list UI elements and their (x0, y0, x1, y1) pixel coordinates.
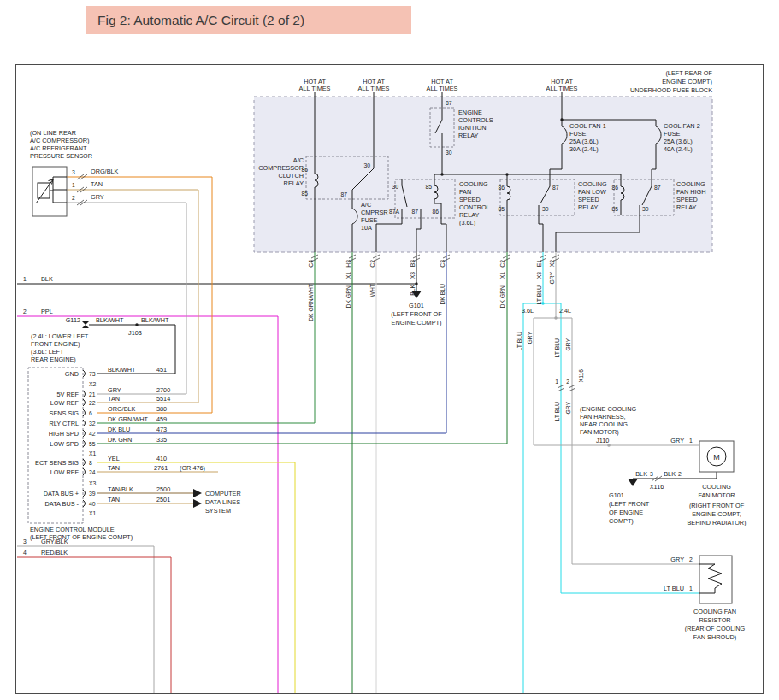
motor-pin-num: 1 (689, 438, 693, 444)
connector-label: H3 (345, 260, 351, 268)
speed-ctrl-relay-label: (3.6L) (459, 219, 475, 226)
ecm-pin-name: LOW REF (50, 468, 80, 476)
circuit-diagram-svg: HOT AT ALL TIMES HOT AT ALL TIMES HOT AT… (0, 0, 779, 700)
wire-color-label: TAN (108, 464, 120, 472)
clutch-relay-label: COMPRESSOR (258, 164, 304, 172)
fuse-block-location: (LEFT REAR OF (665, 69, 712, 77)
low-relay-label: COOLING (578, 180, 607, 188)
low-relay-label: FAN LOW (578, 188, 606, 196)
high-relay-label: SPEED (676, 196, 698, 203)
wire-color-label: GRY (565, 338, 571, 351)
wire-color-label: GRY (549, 272, 555, 285)
g112-label: G112 (66, 316, 80, 324)
wire-color-label: BLK (635, 470, 647, 478)
wire-color-label: GRY (670, 437, 684, 444)
circuit-number: 2500 (156, 485, 170, 493)
junction-dot (440, 173, 443, 175)
pin-85: 85 (498, 206, 505, 212)
wire-color-label: BLK/WHT (141, 316, 169, 324)
connector-label: X2 (549, 260, 555, 268)
wire-color-label: PPL (41, 308, 53, 315)
wire-color-label: DK BLU (440, 284, 446, 305)
wire-color-label: GRY (527, 332, 533, 344)
connector-label: C2 (499, 260, 505, 268)
hot-label: ALL TIMES (427, 85, 458, 92)
motor-location: (RIGHT FRONT OF (689, 502, 745, 509)
computer-data-label: SYSTEM (205, 507, 231, 515)
sensor-pin-num: 2 (72, 195, 75, 201)
high-relay-label: RELAY (676, 203, 697, 211)
motor-label: FAN MOTOR (698, 491, 735, 499)
gnd-pin-num: 3 (650, 471, 653, 477)
hot-label: ALL TIMES (299, 85, 331, 92)
fuse2-label: 25A (3.6L) (664, 138, 693, 145)
ecm-pin-name: RLY CTRL (49, 420, 79, 427)
pin-85: 85 (301, 191, 308, 197)
ignition-relay-label: RELAY (458, 132, 479, 139)
pin-30: 30 (446, 150, 452, 156)
low-relay-label: SPEED (578, 196, 599, 203)
g101-left-label: G101 (409, 302, 424, 309)
pin-85: 85 (425, 184, 432, 190)
fuse2-label: FUSE (664, 130, 681, 138)
connector-label: E1 (536, 260, 542, 268)
wire-color-label: ORG/BLK (91, 168, 119, 175)
low-relay-label: RELAY (578, 203, 599, 211)
ecm-pin-name: ECT SENS SIG (35, 459, 79, 467)
circuit-number: 459 (156, 415, 167, 423)
motor-m-symbol: M (713, 453, 720, 462)
wire-color-label: GRY (91, 193, 104, 201)
ecm-pin-name: GND (65, 370, 79, 378)
computer-data-label: COMPUTER (205, 490, 241, 497)
speed-ctrl-relay-label: FAN (459, 188, 471, 196)
ecm-pin-name: DATA BUS - (45, 500, 80, 508)
harness-location: NEAR COOLING (580, 421, 628, 428)
connector-label: B3 (410, 260, 416, 268)
engine-24-label: 2.4L (559, 307, 571, 315)
pin-85: 85 (611, 206, 618, 212)
motor-label: COOLING (702, 483, 731, 491)
ref-num: 1 (23, 276, 27, 282)
pin-87: 87 (446, 100, 452, 106)
circuit-number: 2761 (154, 464, 168, 472)
fuse2-label: COOL FAN 2 (664, 122, 700, 130)
motor-location: ENGINE COMPT, (692, 510, 741, 518)
wire-color-label: LT BLU (536, 285, 542, 305)
g112-location: (3.6L: LEFT (31, 348, 64, 356)
g112-location: REAR ENGINE) (31, 356, 76, 363)
sensor-location: A/C REFRIGERANT (30, 144, 87, 152)
hot-label: ALL TIMES (358, 85, 390, 92)
connector-label: X3 (536, 272, 542, 279)
connector-label: X116 (578, 369, 584, 383)
connector-label: X3 (410, 272, 416, 279)
computer-data-label: DATA LINES (205, 498, 240, 506)
sensor-location: A/C COMPRESSOR) (30, 137, 89, 144)
ecm-pin-name: DATA BUS + (44, 490, 79, 497)
g101-right-location: COMPT) (609, 517, 634, 525)
wire-color-label: GRY (108, 386, 121, 394)
ecm-pin-number: 6 (89, 410, 92, 416)
wire-color-label: BLK (664, 470, 676, 478)
ecm-pin-number: 42 (89, 431, 96, 437)
wire-color-label: GRY (565, 402, 571, 415)
clutch-relay-label: RELAY (284, 179, 304, 187)
ecm-connector-group: X3 (89, 480, 97, 486)
circuit-number: 335 (156, 436, 167, 444)
ecm-pin-number: 21 (89, 391, 96, 397)
ecm-connector-group: X1 (89, 510, 97, 516)
wire-color-label: TAN (108, 496, 120, 503)
circuit-number: 5514 (156, 395, 170, 403)
connector-label: X1 (345, 272, 351, 279)
ecm-pin-name: LOW REF (50, 399, 80, 407)
ac-fuse-label: 10A (361, 224, 372, 232)
wire-color-label: RED/BLK (41, 549, 68, 556)
x116-pin-num: 2 (566, 379, 569, 385)
circuit-number: 2501 (156, 496, 170, 503)
ecm-pin-name: LOW SPD (50, 440, 79, 448)
wire-color-label: DK GRN/WHT (308, 284, 314, 321)
ecm-pin-number: 55 (89, 441, 96, 447)
g101-right-label: G101 (609, 491, 624, 499)
circuit-number: 2700 (156, 386, 170, 394)
ref-num: 4 (23, 550, 27, 556)
wire-color-label: YEL (108, 455, 120, 462)
